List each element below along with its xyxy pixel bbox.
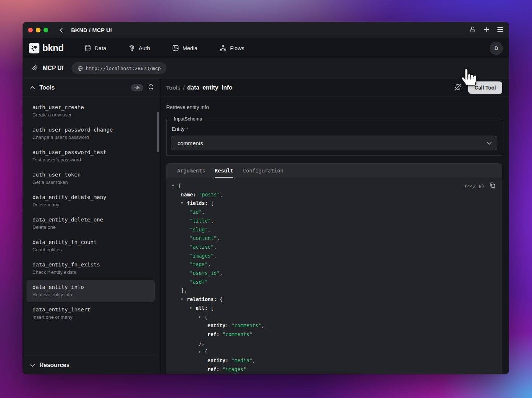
mcp-url: http://localhost:28623/mcp	[86, 66, 161, 71]
call-tool-button[interactable]: Call Tool	[468, 81, 502, 94]
auto-refresh-off-icon[interactable]	[454, 83, 462, 92]
json-token-punct: ,	[214, 244, 217, 250]
nav-item-auth[interactable]: Auth	[128, 45, 150, 52]
tool-list-item[interactable]: auth_user_password_testTest a user's pas…	[27, 145, 155, 167]
zoom-window-button[interactable]	[43, 28, 48, 32]
json-token-str: "tags"	[190, 261, 208, 267]
tab-arguments[interactable]: Arguments	[177, 163, 205, 178]
collapse-triangle-icon[interactable]: ▼	[199, 348, 204, 356]
input-schema-legend: InputSchema	[172, 116, 204, 122]
json-token-punct: [	[208, 200, 214, 206]
tool-list-item[interactable]: data_entity_fn_existsCheck if entity exi…	[27, 257, 155, 280]
json-line: ▼all: [	[172, 304, 496, 313]
lock-open-icon[interactable]	[469, 26, 476, 34]
json-token-key: fields:	[187, 200, 208, 206]
json-line: ▼{	[172, 348, 496, 356]
back-icon[interactable]	[59, 27, 64, 33]
breadcrumb-separator: /	[183, 84, 185, 91]
tool-desc: Count entities	[32, 247, 149, 252]
tools-section-header[interactable]: Tools 50	[23, 78, 160, 97]
json-token-punct: ,	[214, 253, 217, 259]
json-token-punct: {	[178, 183, 181, 189]
json-token-punct: {	[217, 296, 223, 302]
json-token-str: "users_id"	[190, 270, 220, 276]
json-token-key: all:	[196, 305, 208, 311]
nav-item-data[interactable]: Data	[84, 45, 106, 52]
tool-list-item[interactable]: data_entity_infoRetrieve entity info	[27, 280, 155, 302]
brand-name: bknd	[42, 43, 64, 53]
chevron-up-icon	[30, 86, 35, 89]
entity-select[interactable]: comments	[171, 136, 497, 150]
tool-list-item[interactable]: data_entity_insertInsert one or many	[27, 302, 155, 325]
tool-detail-panel: Tools / data_entity_info Call Tool Retri…	[160, 78, 509, 374]
user-avatar[interactable]: D	[490, 42, 503, 55]
traffic-lights	[28, 28, 48, 32]
json-line: "content",	[172, 234, 496, 243]
json-token-key: ref:	[207, 366, 220, 372]
json-line: ▼fields: [	[172, 199, 496, 208]
tool-list-item[interactable]: data_entity_fn_countCount entities	[27, 235, 155, 257]
tool-desc: Delete many	[32, 202, 149, 207]
json-line: entity: "media",	[172, 356, 496, 365]
json-result-viewer[interactable]: ▼{name: "posts",▼fields: ["id","title","…	[172, 182, 496, 374]
chevron-down-icon	[487, 142, 492, 145]
json-token-key: name:	[181, 192, 196, 198]
json-line: },	[172, 339, 496, 348]
collapse-triangle-icon[interactable]: ▼	[199, 313, 204, 322]
json-token-punct: ,	[220, 270, 223, 276]
json-line: ▼{	[172, 313, 496, 322]
collapse-triangle-icon[interactable]: ▼	[190, 304, 196, 313]
breadcrumb-section[interactable]: Tools	[166, 84, 181, 91]
tab-configuration[interactable]: Configuration	[243, 163, 283, 178]
tool-list-item[interactable]: data_entity_delete_oneDelete one	[27, 212, 155, 235]
result-tabs: ArgumentsResultConfiguration	[166, 163, 502, 178]
resources-section-header[interactable]: Resources	[23, 356, 160, 374]
required-asterisk: *	[186, 126, 188, 132]
json-token-str: "title"	[190, 218, 211, 224]
result-size-label: (442 B)	[464, 184, 484, 189]
json-token-str: "content"	[190, 235, 217, 241]
menu-icon[interactable]	[497, 27, 504, 34]
tools-sidebar: Tools 50 auth_user_createCreate a new us…	[23, 78, 160, 374]
bknd-logo-icon	[29, 43, 39, 53]
tool-name: data_entity_fn_count	[32, 239, 149, 245]
collapse-triangle-icon[interactable]: ▼	[181, 199, 187, 208]
json-line: "active",	[172, 243, 496, 252]
json-token-str: "asdf"	[190, 279, 208, 285]
minimize-window-button[interactable]	[36, 28, 41, 32]
json-token-punct: [	[208, 305, 214, 311]
json-token-punct: ,	[217, 235, 220, 241]
tool-list-item[interactable]: auth_user_tokenGet a user token	[27, 167, 155, 190]
app-nav-bar: bknd Data Auth Media Flows D	[23, 38, 509, 58]
json-token-str: "posts"	[196, 192, 220, 198]
json-line: entity: "comments",	[172, 321, 496, 330]
globe-icon	[77, 66, 83, 71]
json-token-str: "id"	[190, 209, 202, 215]
collapse-triangle-icon[interactable]: ▼	[172, 182, 178, 191]
mcp-icon	[31, 64, 38, 73]
json-token-punct: ,	[208, 227, 211, 233]
tab-result[interactable]: Result	[215, 163, 234, 178]
tool-name: data_entity_insert	[32, 307, 149, 313]
tool-desc: Change a user's password	[32, 135, 149, 140]
tool-desc: Delete one	[32, 224, 149, 230]
sidebar-scrollbar[interactable]	[157, 112, 159, 152]
window-title: BKND / MCP UI	[71, 27, 112, 33]
new-tab-icon[interactable]	[483, 26, 490, 34]
nav-item-media[interactable]: Media	[172, 45, 197, 52]
tool-list-item[interactable]: auth_user_password_changeChange a user's…	[27, 122, 155, 145]
nav-item-flows[interactable]: Flows	[220, 45, 244, 52]
json-line: "users_id",	[172, 269, 496, 278]
tool-list-item[interactable]: auth_user_createCreate a new user	[27, 100, 155, 122]
tool-list-item[interactable]: data_entity_delete_manyDelete many	[27, 190, 155, 212]
copy-result-icon[interactable]	[490, 182, 496, 190]
close-window-button[interactable]	[28, 28, 33, 32]
collapse-triangle-icon[interactable]: ▼	[181, 295, 187, 304]
tool-name: auth_user_password_change	[32, 127, 149, 133]
resources-header-label: Resources	[39, 362, 70, 369]
brand-logo[interactable]: bknd	[29, 43, 64, 53]
json-token-punct: },	[199, 340, 204, 346]
json-line: "slug",	[172, 226, 496, 234]
mcp-url-pill[interactable]: http://localhost:28623/mcp	[71, 62, 167, 74]
refresh-tools-icon[interactable]	[148, 84, 154, 91]
